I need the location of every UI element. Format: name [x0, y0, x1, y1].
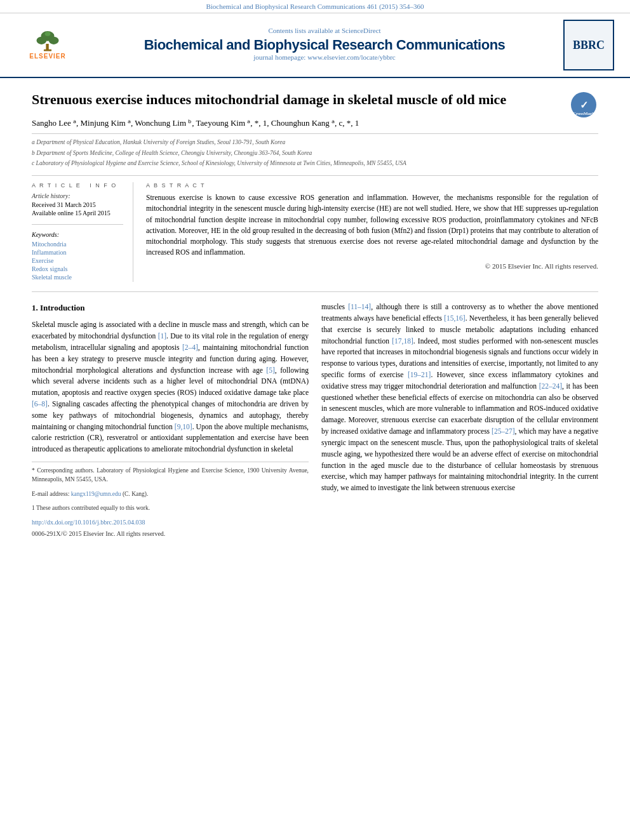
- copyright: © 2015 Elsevier Inc. All rights reserved…: [146, 262, 598, 270]
- intro-right-col: muscles [11–14], although there is still…: [321, 302, 598, 538]
- intro-left-para: Skeletal muscle aging is associated with…: [32, 319, 309, 455]
- abstract-col: A B S T R A C T Strenuous exercise is kn…: [146, 182, 598, 282]
- svg-point-2: [49, 37, 59, 44]
- doi-link[interactable]: http://dx.doi.org/10.1016/j.bbrc.2015.04…: [32, 517, 309, 528]
- article-info-col: A R T I C L E I N F O Article history: R…: [32, 182, 133, 282]
- keyword-exercise: Exercise: [32, 257, 123, 264]
- intro-left-col: 1. Introduction Skeletal muscle aging is…: [32, 302, 309, 538]
- keywords-block: Keywords: Mitochondria Inflammation Exer…: [32, 231, 123, 281]
- keyword-inflammation: Inflammation: [32, 249, 123, 256]
- homepage-line: journal homepage: www.elsevier.com/locat…: [89, 53, 560, 61]
- article-info-label: A R T I C L E I N F O: [32, 182, 123, 189]
- article-title: Strenuous exercise induces mitochondrial…: [32, 91, 598, 109]
- homepage-link[interactable]: www.elsevier.com/locate/ybbrc: [307, 53, 396, 61]
- journal-header: ELSEVIER Contents lists available at Sci…: [0, 13, 630, 78]
- article-info-abstract: A R T I C L E I N F O Article history: R…: [32, 175, 598, 282]
- journal-citation: Biochemical and Biophysical Research Com…: [0, 0, 630, 13]
- article-history: Article history: Received 31 March 2015 …: [32, 192, 123, 217]
- svg-point-5: [45, 32, 51, 36]
- authors: Sangho Lee ᵃ, Minjung Kim ᵃ, Wonchung Li…: [32, 117, 598, 130]
- svg-text:✓: ✓: [580, 100, 588, 110]
- journal-title: Biochemical and Biophysical Research Com…: [89, 37, 560, 53]
- journal-info: Contents lists available at ScienceDirec…: [89, 27, 560, 63]
- keyword-mitochondria: Mitochondria: [32, 241, 123, 248]
- bbrc-logo: BBRC: [560, 20, 617, 70]
- sciencedirect-link[interactable]: ScienceDirect: [342, 27, 381, 34]
- abstract-label: A B S T R A C T: [146, 182, 598, 189]
- affiliations: a Department of Physical Education, Hank…: [32, 133, 598, 168]
- footnotes: * Corresponding authors. Laboratory of P…: [32, 462, 309, 512]
- intro-section: 1. Introduction Skeletal muscle aging is…: [32, 302, 598, 538]
- svg-text:CrossMark: CrossMark: [573, 111, 594, 116]
- keyword-redox: Redox signals: [32, 265, 123, 272]
- contents-available: Contents lists available at ScienceDirec…: [89, 27, 560, 34]
- elsevier-logo: ELSEVIER: [13, 29, 89, 61]
- paper-container: Strenuous exercise induces mitochondrial…: [0, 78, 630, 551]
- svg-rect-4: [44, 50, 51, 51]
- intro-right-para: muscles [11–14], although there is still…: [321, 302, 598, 494]
- issn: 0006-291X/© 2015 Elsevier Inc. All right…: [32, 529, 309, 539]
- crossmark-icon: ✓ CrossMark: [570, 91, 598, 119]
- email-link[interactable]: kangx119@umn.edu: [71, 491, 121, 497]
- bbrc-label: BBRC: [573, 39, 605, 52]
- keyword-skeletal: Skeletal muscle: [32, 274, 123, 281]
- intro-heading: 1. Introduction: [32, 302, 309, 314]
- elsevier-tree-icon: [32, 30, 64, 53]
- svg-point-1: [37, 37, 47, 44]
- abstract-text: Strenuous exercise is known to cause exc…: [146, 192, 598, 258]
